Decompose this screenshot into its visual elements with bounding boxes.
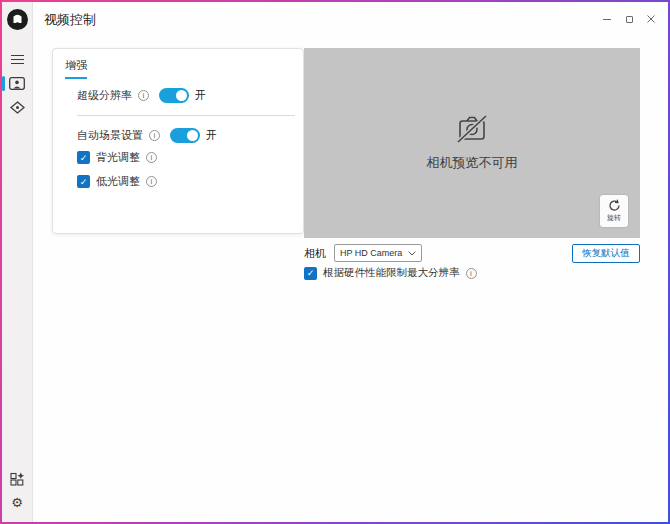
auto-scene-label: 自动场景设置 xyxy=(77,128,143,143)
camera-off-icon xyxy=(454,114,490,144)
window-controls xyxy=(596,12,662,26)
maximize-button[interactable] xyxy=(618,12,640,26)
camera-label: 相机 xyxy=(304,246,326,261)
camera-select[interactable]: HP HD Camera xyxy=(334,244,422,262)
app-window: ⚙ 视频控制 增强 超级分辨率 开 自动场景设置 开 ✓ xyxy=(2,2,668,522)
low-light-checkbox[interactable]: ✓ xyxy=(77,175,90,188)
window-frame: ⚙ 视频控制 增强 超级分辨率 开 自动场景设置 开 ✓ xyxy=(0,0,670,524)
auto-scene-state: 开 xyxy=(206,128,217,143)
enhance-panel: 增强 超级分辨率 开 自动场景设置 开 ✓ 背光调整 ✓ 低光调整 xyxy=(52,48,304,234)
divider xyxy=(77,115,295,116)
super-resolution-label: 超级分辨率 xyxy=(77,88,132,103)
toggle-knob xyxy=(176,90,187,101)
rotate-icon xyxy=(608,199,621,212)
close-button[interactable] xyxy=(640,12,662,26)
low-light-label: 低光调整 xyxy=(96,174,140,189)
info-icon[interactable] xyxy=(146,152,157,163)
sidebar-item-appearance[interactable] xyxy=(2,96,32,119)
info-icon[interactable] xyxy=(466,268,477,279)
toggle-knob xyxy=(187,130,198,141)
sidebar-item-video-controls[interactable] xyxy=(2,72,32,95)
chevron-down-icon xyxy=(408,251,416,256)
info-icon[interactable] xyxy=(138,90,149,101)
info-icon[interactable] xyxy=(146,176,157,187)
sidebar: ⚙ xyxy=(2,2,33,522)
restore-defaults-button[interactable]: 恢复默认值 xyxy=(572,244,640,263)
tab-enhance[interactable]: 增强 xyxy=(65,58,87,79)
camera-select-value: HP HD Camera xyxy=(340,248,402,258)
limit-resolution-checkbox[interactable]: ✓ xyxy=(304,267,317,280)
minimize-icon xyxy=(603,19,611,20)
camera-bar: 相机 HP HD Camera 恢复默认值 xyxy=(304,243,640,263)
rotate-button[interactable]: 旋转 xyxy=(600,195,628,227)
selected-indicator xyxy=(2,76,5,91)
auto-scene-row: 自动场景设置 开 xyxy=(77,128,217,143)
minimize-button[interactable] xyxy=(596,12,618,26)
camera-preview: 相机预览不可用 旋转 xyxy=(304,48,640,238)
super-resolution-state: 开 xyxy=(195,88,206,103)
preview-unavailable-message: 相机预览不可用 xyxy=(427,154,518,172)
camera-preview-icon xyxy=(9,77,25,90)
menu-button[interactable] xyxy=(2,48,32,71)
gear-icon: ⚙ xyxy=(11,496,23,509)
sidebar-item-apps[interactable] xyxy=(2,467,32,490)
backlight-label: 背光调整 xyxy=(96,150,140,165)
limit-resolution-row: ✓ 根据硬件性能限制最大分辨率 xyxy=(304,266,477,280)
info-icon[interactable] xyxy=(149,130,160,141)
limit-resolution-label: 根据硬件性能限制最大分辨率 xyxy=(323,266,460,280)
apps-sparkle-icon xyxy=(10,472,25,486)
rotate-button-label: 旋转 xyxy=(607,213,621,223)
eye-icon xyxy=(10,101,25,114)
close-icon xyxy=(647,15,655,23)
app-logo-icon xyxy=(6,8,29,31)
super-resolution-row: 超级分辨率 开 xyxy=(77,88,206,103)
maximize-icon xyxy=(626,16,633,23)
sidebar-item-settings[interactable]: ⚙ xyxy=(2,491,32,514)
low-light-row: ✓ 低光调整 xyxy=(77,174,157,189)
page-title: 视频控制 xyxy=(44,11,96,29)
hamburger-icon xyxy=(11,55,24,64)
backlight-checkbox[interactable]: ✓ xyxy=(77,151,90,164)
backlight-row: ✓ 背光调整 xyxy=(77,150,157,165)
super-resolution-toggle[interactable] xyxy=(159,88,189,103)
auto-scene-toggle[interactable] xyxy=(170,128,200,143)
